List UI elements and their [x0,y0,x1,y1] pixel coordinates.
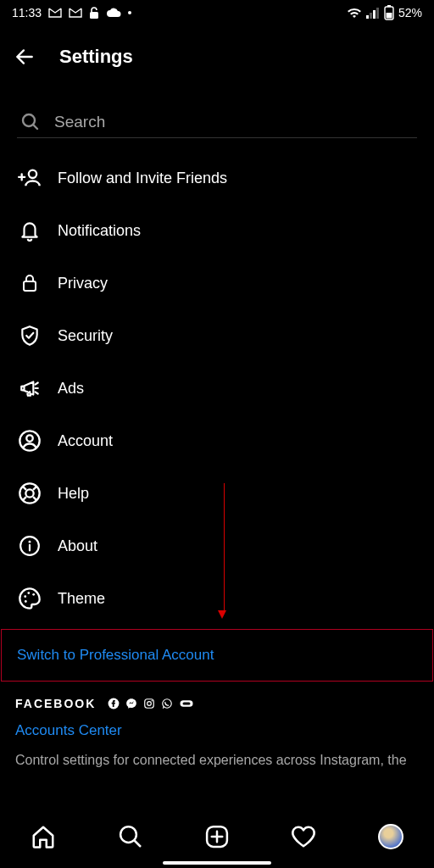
oculus-icon [179,698,194,709]
status-time: 11:33 [12,6,42,19]
dot-icon [128,11,131,14]
facebook-section: FACEBOOK Accounts Center Control setting… [0,685,434,770]
row-account[interactable]: Account [0,415,434,467]
row-label: Follow and Invite Friends [58,170,227,187]
svg-rect-27 [183,703,191,705]
nav-activity[interactable] [288,821,319,852]
info-icon [17,533,42,559]
row-label: Notifications [58,222,141,240]
svg-point-20 [25,600,27,603]
shield-icon [17,323,42,348]
status-battery: 52% [398,6,422,19]
nav-search[interactable] [115,821,146,852]
home-indicator [163,861,271,865]
search-icon [118,824,143,849]
search-input[interactable] [54,113,415,131]
plus-square-icon [204,824,230,849]
svg-rect-0 [90,12,98,19]
svg-rect-1 [366,15,369,19]
back-arrow-icon[interactable] [14,46,36,68]
status-right: 52% [347,5,422,20]
annotation-arrow [221,483,226,619]
page-title: Settings [59,46,133,68]
palette-icon [17,586,42,611]
facebook-brand-row: FACEBOOK [15,697,419,710]
bottom-nav [0,802,434,868]
switch-professional-link[interactable]: Switch to Professional Account [17,647,214,663]
row-security[interactable]: Security [0,309,434,362]
facebook-icon [108,698,120,709]
svg-point-13 [19,483,39,503]
accounts-center-description: Control settings for connected experienc… [15,751,419,770]
svg-point-28 [120,826,136,843]
nav-profile[interactable] [376,821,406,852]
row-label: Theme [58,590,105,608]
svg-rect-3 [373,10,376,19]
switch-pro-highlight: Switch to Professional Account [1,629,433,682]
row-privacy[interactable]: Privacy [0,257,434,309]
search-icon [20,112,41,132]
row-follow-invite[interactable]: Follow and Invite Friends [0,152,434,204]
svg-point-19 [32,593,35,596]
row-help[interactable]: Help [0,467,434,520]
status-left: 11:33 [12,6,131,19]
avatar [378,824,403,849]
instagram-icon [143,698,155,709]
accounts-center-link[interactable]: Accounts Center [15,722,419,739]
settings-list: Follow and Invite Friends Notifications … [0,152,434,625]
row-notifications[interactable]: Notifications [0,204,434,257]
svg-rect-2 [370,13,372,19]
gmail-icon [48,8,62,18]
svg-point-18 [27,592,30,594]
heart-icon [290,824,317,849]
svg-point-9 [29,170,36,178]
wifi-icon [347,7,362,19]
whatsapp-icon [161,698,173,709]
row-label: Help [58,485,89,503]
megaphone-icon [17,376,42,401]
svg-point-24 [152,700,153,701]
svg-rect-4 [376,8,379,19]
row-label: Security [58,327,113,345]
nav-home[interactable] [28,821,58,852]
unlock-icon [89,7,99,19]
svg-point-17 [24,595,26,598]
home-icon [31,824,56,849]
row-theme[interactable]: Theme [0,572,434,625]
follow-invite-icon [17,165,42,191]
row-label: Account [58,432,113,450]
help-icon [17,481,42,506]
battery-icon [384,5,394,20]
nav-new-post[interactable] [202,821,232,852]
messenger-icon [125,698,137,709]
svg-rect-7 [386,13,392,19]
signal-icon [366,8,380,19]
lock-icon [17,270,42,296]
facebook-product-icons [108,698,194,709]
row-about[interactable]: About [0,520,434,572]
row-label: About [58,537,97,555]
account-icon [17,428,42,453]
row-ads[interactable]: Ads [0,362,434,415]
svg-point-23 [147,702,152,706]
facebook-brand: FACEBOOK [15,697,96,710]
svg-rect-10 [24,281,36,291]
gmail-icon [69,8,82,18]
header: Settings [0,22,434,75]
row-label: Ads [58,380,84,398]
cloud-icon [106,8,121,18]
bell-icon [17,218,42,243]
svg-point-14 [25,489,33,497]
status-bar: 11:33 52% [0,0,434,22]
row-label: Privacy [58,275,108,292]
svg-point-16 [29,541,31,543]
svg-point-12 [26,435,32,441]
search-field[interactable] [17,112,417,138]
